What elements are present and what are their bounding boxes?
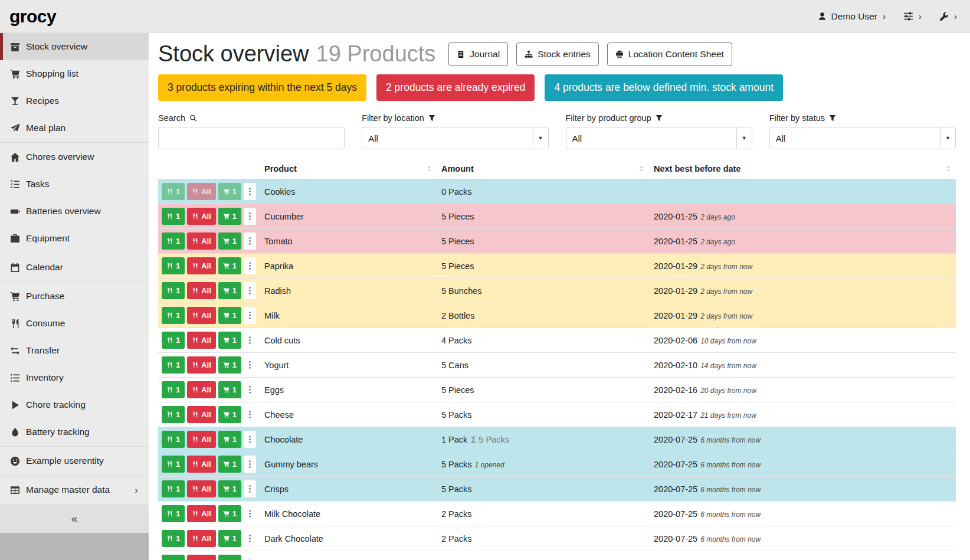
- consume-one-button[interactable]: 1: [162, 456, 185, 473]
- sidebar-item-equipment[interactable]: Equipment: [0, 225, 149, 252]
- sidebar-collapse-button[interactable]: «: [0, 505, 149, 533]
- expiring-soon-alert[interactable]: 3 products expiring within the next 5 da…: [158, 74, 366, 101]
- consume-all-button[interactable]: All: [187, 480, 216, 497]
- consume-one-button[interactable]: 1: [162, 555, 185, 560]
- consume-one-button[interactable]: 1: [162, 183, 185, 200]
- add-to-shopping-list-button[interactable]: 1: [218, 232, 241, 250]
- row-menu-button[interactable]: [244, 406, 256, 423]
- add-to-shopping-list-button[interactable]: 1: [218, 480, 241, 497]
- consume-all-button[interactable]: All: [187, 555, 216, 560]
- sort-icon[interactable]: [638, 165, 645, 173]
- status-filter-select[interactable]: All: [769, 127, 956, 149]
- sidebar-item-chore-tracking[interactable]: Chore tracking: [0, 391, 149, 418]
- sidebar-item-meal-plan[interactable]: Meal plan: [0, 114, 149, 142]
- row-menu-button[interactable]: [244, 183, 256, 200]
- add-to-shopping-list-button[interactable]: 1: [218, 505, 241, 522]
- sidebar-item-chores-overview[interactable]: Chores overview: [0, 143, 149, 171]
- expired-alert[interactable]: 2 products are already expired: [376, 74, 535, 101]
- consume-one-button[interactable]: 1: [162, 505, 185, 522]
- location-filter-select[interactable]: All: [362, 127, 548, 149]
- consume-all-button[interactable]: All: [187, 183, 216, 200]
- consume-one-button[interactable]: 1: [162, 480, 185, 497]
- sidebar-item-inventory[interactable]: Inventory: [0, 364, 149, 391]
- row-menu-button[interactable]: [244, 232, 256, 250]
- add-to-shopping-list-button[interactable]: 1: [218, 356, 241, 374]
- settings-menu[interactable]: ›: [903, 11, 922, 21]
- row-menu-button[interactable]: [244, 208, 256, 225]
- consume-all-button[interactable]: All: [187, 505, 216, 522]
- row-menu-button[interactable]: [244, 530, 256, 547]
- row-menu-button[interactable]: [244, 555, 256, 560]
- row-menu-button[interactable]: [244, 332, 256, 349]
- consume-all-button[interactable]: All: [187, 381, 216, 398]
- product-column-header[interactable]: Product: [260, 159, 437, 179]
- sort-icon[interactable]: [425, 165, 433, 173]
- admin-tools-menu[interactable]: ›: [939, 12, 957, 21]
- consume-one-button[interactable]: 1: [162, 381, 185, 398]
- consume-one-button[interactable]: 1: [162, 282, 185, 299]
- row-menu-button[interactable]: [244, 307, 256, 324]
- sidebar-item-purchase[interactable]: Purchase: [0, 283, 149, 310]
- row-menu-button[interactable]: [244, 456, 256, 473]
- sidebar-item-tasks[interactable]: Tasks: [0, 171, 149, 198]
- location-content-sheet-button[interactable]: Location Content Sheet: [607, 42, 732, 66]
- row-menu-button[interactable]: [244, 282, 256, 299]
- row-menu-button[interactable]: [244, 505, 256, 522]
- sidebar-item-shopping-list[interactable]: Shopping list: [0, 60, 149, 87]
- consume-all-button[interactable]: All: [187, 257, 216, 274]
- add-to-shopping-list-button[interactable]: 1: [218, 406, 241, 423]
- add-to-shopping-list-button[interactable]: 1: [218, 431, 241, 448]
- sidebar-item-battery-tracking[interactable]: Battery tracking: [0, 418, 149, 446]
- consume-all-button[interactable]: All: [187, 208, 216, 225]
- consume-all-button[interactable]: All: [187, 282, 216, 299]
- add-to-shopping-list-button[interactable]: 1: [218, 555, 241, 560]
- sidebar-item-manage-master-data[interactable]: Manage master data›: [0, 476, 149, 503]
- sidebar-item-batteries-overview[interactable]: Batteries overview: [0, 198, 149, 225]
- add-to-shopping-list-button[interactable]: 1: [218, 456, 241, 473]
- best-before-column-header[interactable]: Next best before date: [649, 159, 956, 179]
- sidebar-item-recipes[interactable]: Recipes: [0, 87, 149, 114]
- sidebar-item-transfer[interactable]: Transfer: [0, 337, 149, 364]
- consume-one-button[interactable]: 1: [162, 431, 185, 448]
- consume-one-button[interactable]: 1: [162, 257, 185, 274]
- add-to-shopping-list-button[interactable]: 1: [218, 381, 241, 398]
- consume-all-button[interactable]: All: [187, 356, 216, 374]
- consume-all-button[interactable]: All: [187, 406, 216, 423]
- app-logo[interactable]: grocy: [9, 6, 56, 27]
- sidebar-item-stock-overview[interactable]: Stock overview: [0, 33, 149, 60]
- user-menu[interactable]: Demo User ›: [818, 11, 886, 22]
- add-to-shopping-list-button[interactable]: 1: [218, 332, 241, 349]
- consume-one-button[interactable]: 1: [162, 232, 185, 250]
- row-menu-button[interactable]: [244, 480, 256, 497]
- add-to-shopping-list-button[interactable]: 1: [218, 257, 241, 274]
- row-menu-button[interactable]: [244, 381, 256, 398]
- below-min-stock-alert[interactable]: 4 products are below defined min. stock …: [545, 74, 783, 101]
- consume-all-button[interactable]: All: [187, 456, 216, 473]
- add-to-shopping-list-button[interactable]: 1: [218, 208, 241, 225]
- sort-icon[interactable]: [945, 165, 952, 173]
- consume-all-button[interactable]: All: [187, 530, 216, 547]
- sidebar-item-consume[interactable]: Consume: [0, 310, 149, 337]
- sidebar-item-calendar[interactable]: Calendar: [0, 254, 149, 281]
- search-input[interactable]: [158, 127, 345, 149]
- sidebar-item-example-userentity[interactable]: Example userentity: [0, 447, 149, 474]
- consume-one-button[interactable]: 1: [162, 406, 185, 423]
- consume-one-button[interactable]: 1: [162, 332, 185, 349]
- add-to-shopping-list-button[interactable]: 1: [218, 530, 241, 547]
- row-menu-button[interactable]: [244, 431, 256, 448]
- consume-all-button[interactable]: All: [187, 307, 216, 324]
- journal-button[interactable]: Journal: [448, 42, 508, 66]
- add-to-shopping-list-button[interactable]: 1: [218, 183, 241, 200]
- stock-entries-button[interactable]: Stock entries: [516, 42, 599, 66]
- add-to-shopping-list-button[interactable]: 1: [218, 282, 241, 299]
- row-menu-button[interactable]: [244, 356, 256, 374]
- consume-one-button[interactable]: 1: [162, 307, 185, 324]
- add-to-shopping-list-button[interactable]: 1: [218, 307, 241, 324]
- consume-one-button[interactable]: 1: [162, 208, 185, 225]
- amount-column-header[interactable]: Amount: [437, 159, 649, 179]
- consume-one-button[interactable]: 1: [162, 530, 185, 547]
- consume-all-button[interactable]: All: [187, 232, 216, 250]
- consume-all-button[interactable]: All: [187, 431, 216, 448]
- row-menu-button[interactable]: [244, 257, 256, 274]
- product-group-filter-select[interactable]: All: [566, 127, 752, 149]
